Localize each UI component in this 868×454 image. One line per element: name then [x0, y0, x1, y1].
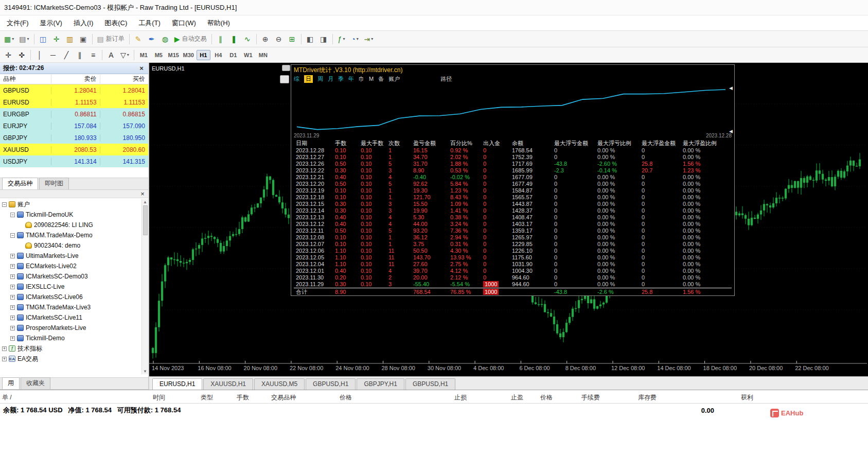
stats-tool-备[interactable]: 备 — [378, 75, 384, 83]
trendline-button[interactable]: ╱ — [60, 49, 73, 61]
market-watch-row-EURGBP[interactable]: EURGBP0.868110.86815 — [0, 108, 148, 120]
menu-item-插入I[interactable]: 插入(I) — [68, 15, 99, 31]
chart-tool-icon[interactable] — [280, 75, 289, 83]
market-watch-col-0[interactable]: 品种 — [0, 75, 51, 83]
eahub-badge[interactable]: EAHub — [770, 409, 803, 417]
menu-item-文件F[interactable]: 文件(F) — [1, 15, 34, 31]
chevron-down-icon[interactable]: ▾ — [12, 37, 14, 41]
timeframe-h1-button[interactable]: H1 — [197, 50, 210, 60]
close-icon[interactable]: × — [139, 190, 146, 198]
menu-item-帮助H[interactable]: 帮助(H) — [202, 15, 236, 31]
expand-icon[interactable]: + — [10, 336, 15, 341]
market-watch-toggle-button[interactable]: ◫ — [37, 33, 49, 45]
navigator-item-2090822546: LI LING[interactable]: 2090822546: LI LING — [0, 220, 148, 230]
equidistant-channel-button[interactable]: ∥ — [74, 49, 86, 61]
navigator-item-EA交易[interactable]: +EAEA交易 — [0, 354, 148, 364]
profiles-button[interactable]: ▤▾ — [17, 33, 31, 45]
stats-tool-M[interactable]: M — [369, 76, 374, 82]
market-watch-row-XAUUSD[interactable]: XAUUSD2080.532080.60 — [0, 144, 148, 155]
data-window-toggle-button[interactable]: ✛ — [50, 33, 63, 45]
autotrading-button[interactable]: ▶自动交易 — [172, 33, 209, 45]
stats-tool-年[interactable]: 年 — [348, 75, 354, 83]
cursor-button[interactable]: ✛ — [2, 49, 14, 61]
chart-tab-1-XAUUSD,H1[interactable]: XAUUSD,H1 — [203, 378, 253, 390]
expand-icon[interactable]: + — [10, 305, 15, 310]
expand-icon[interactable]: + — [2, 357, 7, 361]
expand-icon[interactable]: + — [10, 316, 15, 320]
timeframe-mn-button[interactable]: MN — [256, 50, 270, 60]
navigator-scrollbar[interactable]: ▲ ▼ — [141, 199, 148, 374]
navigator-item-Tickmill-Demo[interactable]: +Tickmill-Demo — [0, 333, 148, 343]
market-watch-tab-即时图[interactable]: 即时图 — [39, 178, 69, 189]
bar-chart-mode-button[interactable]: ∥ — [215, 33, 227, 45]
chevron-down-icon[interactable]: ▾ — [357, 37, 359, 41]
stats-tool-月[interactable]: 月 — [328, 75, 333, 83]
expand-icon[interactable]: + — [10, 285, 15, 289]
new-chart-button[interactable]: ▦▾ — [2, 33, 16, 45]
expand-icon[interactable]: + — [10, 295, 15, 300]
navigator-item-技术指标[interactable]: +f技术指标 — [0, 343, 148, 354]
expand-icon[interactable]: + — [2, 346, 7, 351]
line-chart-mode-button[interactable]: ∿ — [241, 33, 254, 45]
timeframe-m15-button[interactable]: M15 — [167, 50, 181, 60]
vertical-line-button[interactable]: │ — [33, 49, 46, 61]
terminal-toggle-button[interactable]: ▣ — [77, 33, 90, 45]
titlebar[interactable]: 3149491: ICMarketsSC-Demo03 - 模拟帐户 - Raw… — [0, 0, 868, 15]
stats-tool-周[interactable]: 周 — [317, 75, 323, 83]
market-watch-col-1[interactable]: 卖价 — [51, 75, 99, 83]
navigator-item-90023404: demo[interactable]: 90023404: demo — [0, 240, 148, 251]
navigator-item-ProsperoMarkets-Live[interactable]: +ProsperoMarkets-Live — [0, 323, 148, 333]
navigator-item-TMGM.TradeMax-Demo[interactable]: −TMGM.TradeMax-Demo — [0, 230, 148, 240]
text-label-button[interactable]: A — [105, 49, 117, 61]
metaeditor-button[interactable]: ✎ — [132, 33, 145, 45]
collapse-icon[interactable]: − — [2, 202, 7, 207]
chart-tab-3-GBPUSD,H1[interactable]: GBPUSD,H1 — [306, 378, 356, 390]
navigator-tab-收藏夹[interactable]: 收藏夹 — [21, 377, 50, 389]
menu-item-窗口W[interactable]: 窗口(W) — [166, 15, 202, 31]
scroll-up-icon[interactable]: ▲ — [143, 200, 147, 204]
stats-tool-账户[interactable]: 账户 — [388, 75, 400, 83]
fibonacci-button[interactable]: ≡ — [87, 49, 99, 61]
navigator-item-ICMarketsSC-Live06[interactable]: +ICMarketsSC-Live06 — [0, 292, 148, 302]
chart-tab-5-GBPUSD,H1[interactable]: GBPUSD,H1 — [405, 378, 455, 390]
market-watch-row-GBPJPY[interactable]: GBPJPY180.933180.950 — [0, 132, 148, 144]
navigator-item-ICMarketsSC-Live11[interactable]: +ICMarketsSC-Live11 — [0, 312, 148, 323]
timeframe-m1-button[interactable]: M1 — [137, 50, 151, 60]
collapse-icon[interactable]: − — [10, 213, 15, 217]
new-order-button[interactable]: ▤新订单 — [95, 33, 127, 45]
menu-item-图表C[interactable]: 图表(C) — [99, 15, 133, 31]
arrows-shapes-button[interactable]: ▽▾ — [118, 49, 131, 61]
navigator-item-TMGM.TradeMax-Live3[interactable]: +TMGM.TradeMax-Live3 — [0, 302, 148, 312]
navigator-item-IEXSLLC-Live[interactable]: +IEXSLLC-Live — [0, 282, 148, 292]
stats-tool-日[interactable]: 日 — [304, 75, 313, 83]
market-watch-column-header[interactable]: 品种卖价买价 — [0, 74, 148, 84]
scroll-left-icon[interactable]: ◀ — [729, 129, 733, 134]
chart-tab-0-EURUSD,H1[interactable]: EURUSD,H1 — [152, 378, 202, 390]
menu-item-工具T[interactable]: 工具(T) — [133, 15, 166, 31]
chevron-down-icon[interactable]: ▾ — [371, 37, 373, 41]
chart-time-axis[interactable]: 14 Nov 202316 Nov 08:0020 Nov 08:0022 No… — [149, 365, 867, 375]
grid-arrange-button[interactable]: ⊞ — [286, 33, 298, 45]
scroll-left-icon[interactable]: ◀ — [729, 85, 733, 91]
navigator-item-ICMarketsSC-Demo03[interactable]: +ICMarketsSC-Demo03 — [0, 271, 148, 282]
expand-icon[interactable]: + — [10, 254, 15, 258]
candle-chart-mode-button[interactable]: ❚ — [228, 33, 240, 45]
market-watch-row-USDJPY[interactable]: USDJPY141.314141.315 — [0, 155, 148, 167]
timeframe-m30-button[interactable]: M30 — [182, 50, 196, 60]
market-watch-row-EURUSD[interactable]: EURUSD1.111531.11153 — [0, 96, 148, 108]
periods-button[interactable]: ◔▾ — [349, 33, 361, 45]
chart-tab-4-GBPJPY,H1[interactable]: GBPJPY,H1 — [357, 378, 404, 390]
mql-community-button[interactable]: ✒ — [146, 33, 158, 45]
cascade-windows-button[interactable]: ◨ — [317, 33, 330, 45]
scroll-down-icon[interactable]: ▼ — [143, 369, 147, 374]
market-watch-row-EURJPY[interactable]: EURJPY157.084157.090 — [0, 120, 148, 132]
menu-item-显示V[interactable]: 显示(V) — [34, 15, 68, 31]
crosshair-button[interactable]: ✜ — [15, 49, 28, 61]
indicators-button[interactable]: ƒ▾ — [335, 33, 348, 45]
expand-icon[interactable]: + — [10, 274, 15, 279]
timeframe-m5-button[interactable]: M5 — [152, 50, 166, 60]
navigator-item-Tickmill-DemoUK[interactable]: −Tickmill-DemoUK — [0, 209, 148, 220]
templates-button[interactable]: ⇥▾ — [362, 33, 376, 45]
web-terminal-button[interactable]: ◍ — [159, 33, 171, 45]
market-watch-header[interactable]: 报价: 02:47:26 × — [0, 63, 148, 74]
